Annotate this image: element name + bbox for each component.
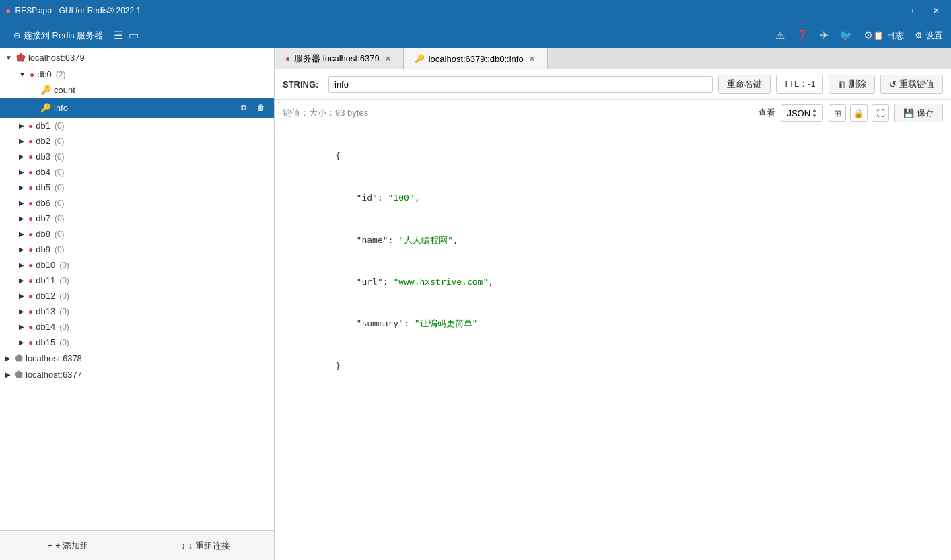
tabs-bar: ● 服务器 localhost:6379 ✕ 🔑 localhost:6379:… (275, 48, 951, 69)
key-label-info: info (54, 103, 68, 113)
json-line-5: "summary": "让编码更简单" (283, 304, 943, 345)
reconnect-button[interactable]: ↕ ↕ 重组连接 (137, 531, 274, 560)
db-item-db2[interactable]: ▶ ● db2 (0) (0, 133, 274, 149)
db-item-db1[interactable]: ▶ ● db1 (0) (0, 118, 274, 133)
format-label: JSON (787, 108, 810, 118)
reload-icon: ↺ (889, 79, 896, 90)
group-icon-6378: ⬟ (15, 353, 23, 363)
db-icon-db0: ● (30, 70, 34, 79)
value-content[interactable]: { "id": "100", "name": "人人编程网", "url": "… (275, 127, 951, 560)
server-icon-6379: ⬟ (16, 51, 26, 64)
key-dot-tab: 🔑 (415, 54, 425, 63)
menu-icon[interactable]: ☰ (114, 29, 123, 42)
reload-button[interactable]: ↺ 重载键值 (880, 75, 943, 94)
key-type-label: STRING: (283, 79, 323, 90)
save-label: 保存 (917, 107, 934, 119)
tab-server-label: 服务器 localhost:6379 (294, 53, 379, 65)
db-label-db9: db9 (36, 244, 50, 254)
db-item-db5[interactable]: ▶ ● db5 (0) (0, 180, 274, 195)
lock-button[interactable]: 🔒 (850, 104, 868, 122)
tree-area: ▼ ⬟ localhost:6379 ▼ ● db0 (2) 🔑 count (0, 48, 274, 530)
tab-key-close[interactable]: ✕ (528, 53, 536, 65)
key-editor: STRING: 重命名键 TTL：-1 🗑 删除 ↺ 重载键值 键值：大小：93… (275, 69, 951, 560)
db-item-db11[interactable]: ▶ ● db11 (0) (0, 273, 274, 288)
expand-button[interactable]: ⛶ (872, 104, 889, 122)
db-label-db6: db6 (36, 198, 50, 208)
db-item-db15[interactable]: ▶ ● db15 (0) (0, 335, 274, 350)
log-icon: 📋 (873, 30, 884, 40)
copy-key-button[interactable]: ⧉ (236, 100, 251, 115)
server-item-6379[interactable]: ▼ ⬟ localhost:6379 (0, 48, 274, 67)
db-item-db9[interactable]: ▶ ● db9 (0) (0, 242, 274, 257)
view-label: 查看 (758, 107, 775, 119)
expand-arrow-db0: ▼ (19, 71, 26, 78)
delete-button[interactable]: 🗑 删除 (829, 75, 875, 94)
toolbar-right: 📋 日志 ⚙ 设置 (873, 30, 943, 42)
warning-icon[interactable]: ⚠ (775, 29, 785, 42)
plus-icon: ⊕ (13, 30, 21, 40)
db-item-db14[interactable]: ▶ ● db14 (0) (0, 319, 274, 335)
key-label-count: count (54, 85, 75, 95)
tab-server-close[interactable]: ✕ (384, 53, 392, 65)
tab-key-label: localhost:6379::db0::info (429, 54, 524, 64)
sidebar-footer: + + 添加组 ↕ ↕ 重组连接 (0, 530, 274, 560)
key-name-input[interactable] (328, 76, 713, 93)
db-item-db3[interactable]: ▶ ● db3 (0) (0, 149, 274, 164)
db-item-db13[interactable]: ▶ ● db13 (0) (0, 304, 274, 319)
db-item-db6[interactable]: ▶ ● db6 (0) (0, 195, 274, 211)
db-item-db10[interactable]: ▶ ● db10 (0) (0, 257, 274, 273)
right-panel: ● 服务器 localhost:6379 ✕ 🔑 localhost:6379:… (275, 48, 951, 560)
ttl-display: TTL：-1 (776, 75, 823, 94)
db-label-db4: db4 (36, 167, 50, 177)
db-label-db11: db11 (36, 275, 55, 285)
save-button[interactable]: 💾 保存 (894, 104, 943, 123)
add-group-button[interactable]: + + 添加组 (0, 531, 137, 560)
db-label-db15: db15 (36, 337, 55, 347)
db-item-db4[interactable]: ▶ ● db4 (0) (0, 164, 274, 180)
db-item-db8[interactable]: ▶ ● db8 (0) (0, 226, 274, 242)
connect-button[interactable]: ⊕ 连接到 Redis 服务器 (8, 27, 108, 44)
db-icon-db1: ● (28, 121, 33, 131)
server-item-6378[interactable]: ▶ ⬟ localhost:6378 (0, 350, 274, 366)
key-item-count[interactable]: 🔑 count (0, 82, 274, 98)
help-icon[interactable]: ❓ (796, 29, 809, 42)
server-item-6377[interactable]: ▶ ⬟ localhost:6377 (0, 366, 274, 382)
format-select[interactable]: JSON ▲ ▼ (781, 104, 823, 122)
key-item-info[interactable]: 🔑 info ⧉ 🗑 (0, 98, 274, 118)
tab-server[interactable]: ● 服务器 localhost:6379 ✕ (275, 48, 404, 69)
db-count-db0: (2) (56, 70, 66, 79)
twitter-icon[interactable]: 🐦 (839, 29, 853, 42)
settings-icon: ⚙ (915, 30, 923, 40)
db-label-db13: db13 (36, 306, 55, 316)
rename-key-button[interactable]: 重命名键 (718, 75, 771, 94)
db-item-db0[interactable]: ▼ ● db0 (2) (0, 67, 274, 82)
github-icon[interactable]: ⚙ (864, 29, 873, 42)
delete-key-button[interactable]: 🗑 (254, 100, 269, 115)
db-item-db7[interactable]: ▶ ● db7 (0) (0, 211, 274, 226)
db-label-db0: db0 (37, 69, 52, 79)
key-icon-info: 🔑 (40, 103, 51, 113)
titlebar: ● RESP.app - GUI for Redis® 2022.1 ─ □ ✕ (0, 0, 951, 22)
json-line-6: } (283, 345, 943, 387)
trash-icon: 🗑 (837, 79, 846, 90)
value-header: 键值：大小：93 bytes 查看 JSON ▲ ▼ ⊞ 🔒 ⛶ 💾 保存 (275, 100, 951, 127)
window-controls: ─ □ ✕ (884, 1, 946, 20)
plus-icon-footer: + (48, 540, 53, 551)
minimize-button[interactable]: ─ (884, 1, 903, 20)
app-icon: ● (5, 5, 11, 16)
layout-icon[interactable]: ▭ (129, 29, 139, 42)
telegram-icon[interactable]: ✈ (820, 29, 829, 42)
server-label-6378: localhost:6378 (26, 353, 82, 363)
sidebar: ▼ ⬟ localhost:6379 ▼ ● db0 (2) 🔑 count (0, 48, 275, 560)
db-label-db12: db12 (36, 291, 55, 301)
log-button[interactable]: 📋 日志 (873, 30, 904, 42)
db-item-db12[interactable]: ▶ ● db12 (0) (0, 288, 274, 304)
maximize-button[interactable]: □ (905, 1, 924, 20)
close-button[interactable]: ✕ (927, 1, 946, 20)
grid-view-button[interactable]: ⊞ (829, 104, 846, 122)
server-label-6379: localhost:6379 (28, 53, 85, 63)
db-label-db10: db10 (36, 260, 55, 270)
tab-key-info[interactable]: 🔑 localhost:6379::db0::info ✕ (404, 48, 548, 69)
settings-button[interactable]: ⚙ 设置 (915, 30, 943, 42)
key-icon-count: 🔑 (40, 85, 51, 95)
